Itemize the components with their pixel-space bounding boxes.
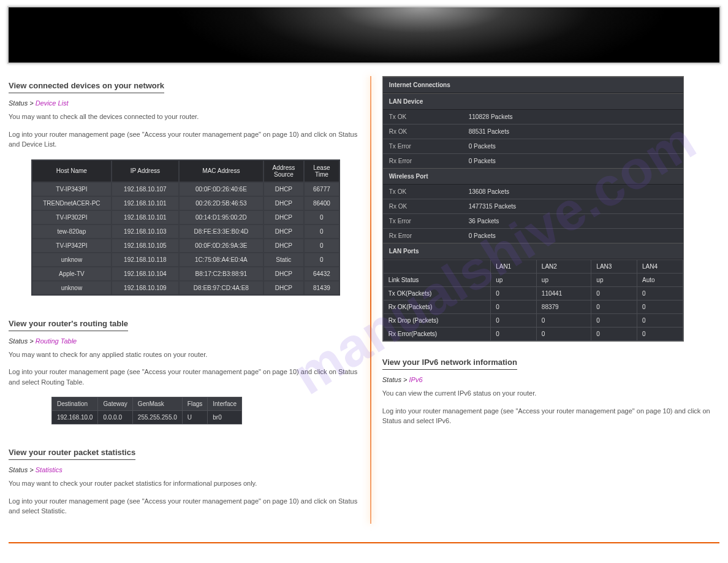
panel-title: Internet Connections <box>383 77 683 93</box>
cell-ip: 192.168.10.101 <box>112 211 178 224</box>
cell-src: Static <box>264 253 303 266</box>
lan-port-rowlabel: Tx OK(Packets) <box>383 287 490 301</box>
cell-mac: D8:EB:97:CD:4A:E8 <box>180 282 263 294</box>
stats-desc1: You may want to check your router packet… <box>9 478 363 489</box>
nav-path-routing: Status > Routing Table <box>9 337 363 345</box>
cell-mac: 1C:75:08:A4:E0:4A <box>180 253 263 266</box>
cell-host: TRENDnetACER-PC <box>32 197 111 210</box>
rt-flags: U <box>182 411 207 424</box>
cell-src: DHCP <box>264 197 303 210</box>
lan-port-cell: 0 <box>591 314 637 327</box>
lan-port-rowlabel: Rx Drop (Packets) <box>383 314 490 327</box>
lan-port-cell: 0 <box>536 327 591 341</box>
lan-port-col: LAN3 <box>591 260 637 274</box>
cell-lease: 0 <box>305 211 339 224</box>
nav-highlight: Routing Table <box>36 337 77 345</box>
wireless-label: Tx OK <box>383 185 463 199</box>
col-ip: IP Address <box>112 161 178 182</box>
table-row: TRENDnetACER-PC192.168.10.10100:26:2D:5B… <box>32 197 339 210</box>
lan-port-cell: up <box>536 274 591 287</box>
rt-col-mask: GenMask <box>132 397 182 411</box>
section-title-ipv6: View your IPv6 network information <box>382 356 517 370</box>
lan-device-header: LAN Device <box>383 93 683 110</box>
cell-ip: 192.168.10.118 <box>112 253 178 266</box>
lan-port-cell: 0 <box>491 314 537 327</box>
wireless-label: Rx Error <box>383 229 463 243</box>
lan-port-rowlabel: Link Status <box>383 274 490 287</box>
lan-port-cell: 0 <box>637 314 683 327</box>
cell-src: DHCP <box>264 225 303 238</box>
lan-ports-table: LAN1LAN2LAN3LAN4 Link StatusupupupAutoTx… <box>383 259 683 341</box>
lan-port-cell: 0 <box>536 314 591 327</box>
wireless-value: 1477315 Packets <box>463 199 683 213</box>
cell-ip: 192.168.10.105 <box>112 239 178 252</box>
rt-col-flags: Flags <box>182 397 207 411</box>
nav-prefix: Status > <box>9 99 36 107</box>
cell-mac: 00:0F:0D:26:9A:3E <box>180 239 263 252</box>
lan-port-row: Link StatusupupupAuto <box>383 274 683 287</box>
cell-mac: D8:FE:E3:3E:B0:4D <box>180 225 263 238</box>
lan-device-label: Tx OK <box>383 110 463 124</box>
cell-ip: 192.168.10.109 <box>112 282 178 294</box>
table-row: unknow192.168.10.1181C:75:08:A4:E0:4ASta… <box>32 253 339 266</box>
devices-table-wrap: Host Name IP Address MAC Address Address… <box>9 159 363 296</box>
lan-port-col: LAN2 <box>536 260 591 274</box>
lan-port-row: Rx Drop (Packets)0000 <box>383 314 683 327</box>
cell-lease: 0 <box>305 225 339 238</box>
lan-device-label: Tx Error <box>383 139 463 153</box>
cell-lease: 66777 <box>305 183 339 196</box>
lan-port-cell: 0 <box>491 301 537 314</box>
col-mac: MAC Address <box>180 161 263 182</box>
wireless-value: 0 Packets <box>463 229 683 243</box>
lan-port-cell: up <box>591 274 637 287</box>
lan-port-cell: 88379 <box>536 301 591 314</box>
cell-lease: 0 <box>305 253 339 266</box>
rt-if: br0 <box>208 411 242 424</box>
cell-host: TV-IP342PI <box>32 239 111 252</box>
devices-table: Host Name IP Address MAC Address Address… <box>31 159 340 296</box>
rt-mask: 255.255.255.0 <box>132 411 182 424</box>
wireless-label: Tx Error <box>383 214 463 228</box>
lan-port-cell: 110441 <box>536 287 591 301</box>
lan-port-cell: 0 <box>591 287 637 301</box>
section-title-stats: View your router packet statistics <box>9 446 135 460</box>
rt-dest: 192.168.10.0 <box>52 411 98 424</box>
nav-path-stats: Status > Statistics <box>9 466 363 473</box>
lan-port-row: Rx OK(Packets)08837900 <box>383 301 683 314</box>
rt-col-gw: Gateway <box>98 397 132 411</box>
lan-port-row: Rx Error(Packets)0000 <box>383 327 683 341</box>
lan-device-value: 0 Packets <box>463 154 683 168</box>
lan-port-cell: Auto <box>637 274 683 287</box>
lan-device-row: Rx OK88531 Packets <box>383 124 683 139</box>
lan-port-cell: 0 <box>591 327 637 341</box>
lan-device-row: Tx OK110828 Packets <box>383 110 683 124</box>
nav-prefix: Status > <box>9 466 36 473</box>
lan-port-cell: up <box>491 274 537 287</box>
nav-prefix: Status > <box>382 376 409 383</box>
lan-port-cell: 0 <box>491 327 537 341</box>
cell-host: Apple-TV <box>32 267 111 280</box>
cell-mac: 00:0F:0D:26:40:6E <box>180 183 263 196</box>
cell-src: DHCP <box>264 211 303 224</box>
cell-lease: 86400 <box>305 197 339 210</box>
devices-desc1: You may want to check all the devices co… <box>9 112 363 122</box>
table-row: tew-820ap192.168.10.103D8:FE:E3:3E:B0:4D… <box>32 225 339 238</box>
cell-ip: 192.168.10.103 <box>112 225 178 238</box>
table-row: Apple-TV192.168.10.104B8:17:C2:B3:88:91D… <box>32 267 339 280</box>
lan-ports-header: LAN Ports <box>383 243 683 259</box>
lan-port-rowlabel: Rx Error(Packets) <box>383 327 490 341</box>
cell-src: DHCP <box>264 267 303 280</box>
cell-mac: B8:17:C2:B3:88:91 <box>180 267 263 280</box>
section-title-devices: View connected devices on your network <box>9 80 164 93</box>
rt-col-if: Interface <box>208 397 242 411</box>
lan-port-row: Tx OK(Packets)011044100 <box>383 287 683 301</box>
routing-table: Destination Gateway GenMask Flags Interf… <box>51 397 242 424</box>
cell-src: DHCP <box>264 239 303 252</box>
lan-port-cell: 0 <box>591 301 637 314</box>
nav-path-devices: Status > Device List <box>9 99 363 107</box>
lan-port-rowlabel: Rx OK(Packets) <box>383 301 490 314</box>
lan-port-col: LAN4 <box>637 260 683 274</box>
nav-path-ipv6: Status > IPv6 <box>382 376 719 383</box>
col-lease: Lease Time <box>305 161 339 182</box>
col-src: Address Source <box>264 161 303 182</box>
